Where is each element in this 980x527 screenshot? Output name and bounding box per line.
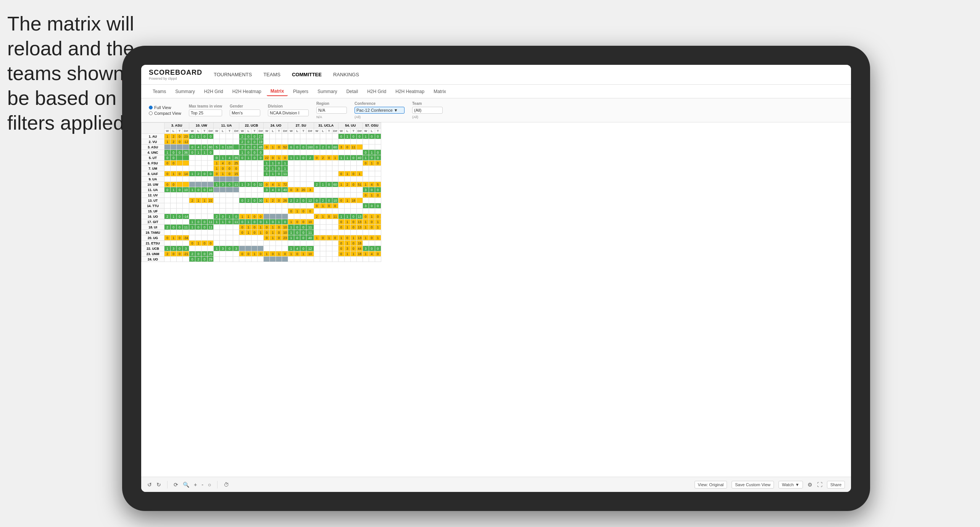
watch-label: Watch	[782, 482, 794, 487]
team-filter: Team (All) (All)	[412, 101, 443, 119]
col-header-uo: 24. UO	[264, 123, 288, 129]
table-row: 21. ETSU 0100 01018	[142, 241, 381, 246]
save-custom-view-label: Save Custom View	[735, 482, 770, 487]
table-row: 14. TTU 0100 300	[142, 203, 381, 209]
matrix-container[interactable]: 3. ASU 10. UW 11. UA 22. UCB 24. UO 27. …	[141, 122, 851, 481]
undo-icon[interactable]: ↺	[147, 482, 152, 488]
region-filter: Region N/A East West South Midwest N/A	[316, 101, 347, 119]
nav-committee[interactable]: COMMITTEE	[292, 70, 322, 79]
table-row: 11. UA 01010 10010 34040 03203 300	[142, 187, 381, 193]
gender-label: Gender	[230, 104, 260, 108]
sub-header-row: WLTDif WLTDif WLTDif WLTDif WLTDif WLTDi…	[142, 129, 381, 134]
zoom-in-icon[interactable]: +	[194, 482, 197, 488]
col-header-uw: 10. UW	[189, 123, 214, 129]
sub-nav-h2h-grid[interactable]: H2H Grid	[200, 87, 227, 96]
col-header-uu: 54. UU	[338, 123, 363, 129]
table-row: 9. UA	[142, 177, 381, 182]
max-teams-label: Max teams in view	[189, 104, 222, 108]
table-row: 8. UAF 01014 1200 01015 11011 0101	[142, 171, 381, 177]
table-row: 10. UW 00 13011 13032 04172 21060 12051 …	[142, 182, 381, 187]
save-custom-view-btn[interactable]: Save Custom View	[732, 481, 774, 488]
col-header-ua: 11. UA	[214, 123, 239, 129]
search-icon[interactable]: 🔍	[183, 482, 189, 488]
timer-icon[interactable]: ⏱	[224, 482, 229, 488]
col-header-osu: 57. OSU	[363, 123, 381, 129]
table-row: 17. GIT 10011 11011 0100 1010 10010 0101…	[142, 219, 381, 225]
table-row: 6. FSU 00 14025 1101 010	[142, 161, 381, 166]
table-row: 23. UNM 200-21 20025 0010 1010 10110 011…	[142, 251, 381, 257]
logo-subtitle: Powered by clippd	[149, 77, 202, 80]
table-row: 16. UO 210-14 2010 1100 21011 11013 010	[142, 214, 381, 219]
sub-nav-teams[interactable]: Teams	[149, 87, 170, 96]
sub-nav-summary[interactable]: Summary	[171, 87, 198, 96]
tablet-screen: SCOREBOARD Powered by clippd TOURNAMENTS…	[141, 65, 851, 492]
max-teams-select[interactable]: Top 25 Top 50 All	[189, 109, 222, 116]
sub-nav-players[interactable]: Players	[289, 87, 312, 96]
nav-items: TOURNAMENTS TEAMS COMMITTEE RANKINGS	[214, 70, 359, 79]
conference-filter: Conference Pac-12 Conference ▼ (All) ACC…	[355, 101, 405, 119]
sub-nav-h2h-heatmap2[interactable]: H2H Heatmap	[392, 87, 428, 96]
separator-dash: -	[201, 482, 203, 488]
sub-nav-summary2[interactable]: Summary	[314, 87, 341, 96]
view-original-btn[interactable]: View: Original	[695, 481, 727, 488]
col-header-blank	[142, 123, 164, 134]
col-header-ucb: 22. UCB	[239, 123, 264, 129]
full-view-dot	[149, 106, 153, 109]
reset-icon[interactable]: ⟳	[174, 482, 178, 488]
tablet-shell: SCOREBOARD Powered by clippd TOURNAMENTS…	[122, 46, 870, 511]
table-row: 2. VU 120-12 20019	[142, 139, 381, 145]
conference-label: Conference	[355, 101, 405, 106]
table-row: 13. UT 21122 02030 12026 22012 02010 011…	[142, 198, 381, 203]
region-select[interactable]: N/A East West South Midwest	[316, 107, 347, 114]
division-filter: Division NCAA Division I NCAA Division I…	[268, 104, 309, 116]
table-row: 18. UI 20011 10011 0101 01010 10011 0101…	[142, 225, 381, 230]
table-row: 12. UV 010	[142, 193, 381, 198]
compact-view-dot	[149, 111, 153, 115]
team-select[interactable]: (All)	[412, 107, 443, 114]
redo-icon[interactable]: ↻	[156, 482, 161, 488]
sub-nav-h2h-heatmap[interactable]: H2H Heatmap	[229, 87, 265, 96]
table-row: 1. AU 12023 0100 20027 0100 100	[142, 134, 381, 139]
sub-nav-matrix[interactable]: Matrix	[267, 87, 288, 96]
conference-select[interactable]: Pac-12 Conference ▼ (All) ACC Big Ten SE…	[355, 107, 405, 114]
filter-bar: Full View Compact View Max teams in view…	[141, 98, 851, 122]
table-row: 19. TAMU 0101 01010 10011	[142, 230, 381, 235]
nav-teams[interactable]: TEAMS	[263, 70, 280, 79]
table-row: 7. UM 1000 0101	[142, 166, 381, 171]
bottom-toolbar: ↺ ↻ ⟳ 🔍 + - ○ ⏱ View: Original Save Cust…	[141, 477, 851, 492]
logo-area: SCOREBOARD Powered by clippd	[149, 69, 202, 80]
division-label: Division	[268, 104, 309, 108]
table-row: 24. UO 02029	[142, 257, 381, 262]
table-row: 22. UCB 1303 1303 14012 03044 300	[142, 246, 381, 251]
gender-filter: Gender Men's Women's	[230, 104, 260, 116]
fullscreen-icon[interactable]: ⛶	[817, 482, 822, 488]
full-view-radio[interactable]: Full View	[149, 105, 181, 110]
sep2	[217, 481, 218, 488]
watch-btn[interactable]: Watch ▼	[779, 481, 803, 488]
col-header-asu: 3. ASU	[164, 123, 189, 129]
table-row: 4. UNC 10036 0110 1000 010	[142, 150, 381, 155]
sub-nav-matrix2[interactable]: Matrix	[430, 87, 450, 96]
share-label: Share	[830, 482, 841, 487]
sep1	[167, 481, 168, 488]
sub-nav-detail[interactable]: Detail	[342, 87, 362, 96]
nav-rankings[interactable]: RANKINGS	[333, 70, 359, 79]
max-teams-filter: Max teams in view Top 25 Top 50 All	[189, 104, 222, 116]
view-radio-group: Full View Compact View	[149, 105, 181, 116]
sub-nav-h2h-grid2[interactable]: H2H Grid	[363, 87, 390, 96]
division-select[interactable]: NCAA Division I NCAA Division II NCAA Di…	[268, 109, 309, 116]
col-header-su: 27. SU	[288, 123, 314, 129]
gender-select[interactable]: Men's Women's	[230, 109, 260, 116]
table-row: 15. UF 0100	[142, 209, 381, 214]
view-original-label: View: Original	[698, 482, 724, 487]
compact-view-radio[interactable]: Compact View	[149, 111, 181, 116]
share-btn[interactable]: Share	[827, 481, 845, 488]
logo-title: SCOREBOARD	[149, 69, 202, 77]
zoom-out-icon[interactable]: ○	[208, 482, 211, 488]
matrix-table: 3. ASU 10. UW 11. UA 22. UCB 24. UO 27. …	[141, 122, 381, 262]
sub-nav: Teams Summary H2H Grid H2H Heatmap Matri…	[141, 85, 851, 98]
table-row: 20. UG 010-34 01023 10040 1010 10113 101	[142, 235, 381, 241]
settings-icon[interactable]: ⚙	[808, 482, 812, 488]
nav-bar: SCOREBOARD Powered by clippd TOURNAMENTS…	[141, 65, 851, 85]
nav-tournaments[interactable]: TOURNAMENTS	[214, 70, 252, 79]
